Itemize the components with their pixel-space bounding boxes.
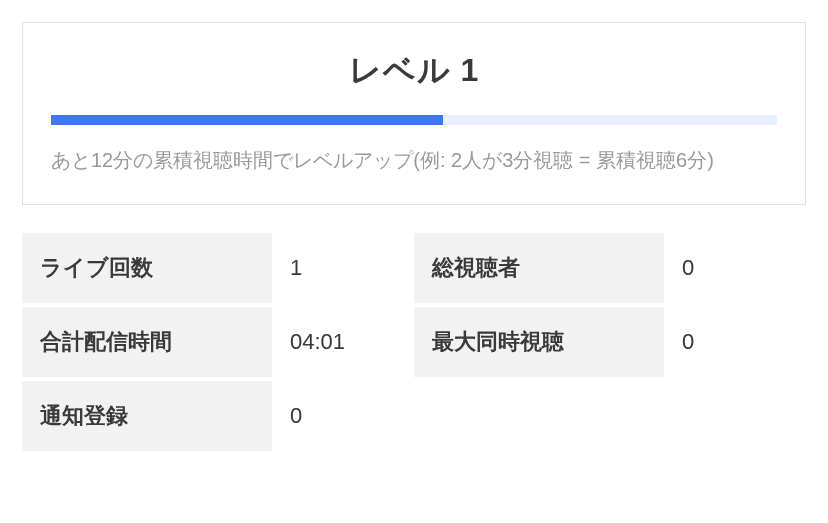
stat-value-notification-subs: 0 (272, 381, 414, 451)
level-card: レベル 1 あと12分の累積視聴時間でレベルアップ(例: 2人が3分視聴 = 累… (22, 22, 806, 205)
empty-cell (664, 381, 806, 451)
level-description: あと12分の累積視聴時間でレベルアップ(例: 2人が3分視聴 = 累積視聴6分) (51, 145, 777, 176)
stat-value-total-viewers: 0 (664, 233, 806, 303)
stat-value-total-stream-time: 04:01 (272, 307, 414, 377)
stats-table: ライブ回数 1 総視聴者 0 合計配信時間 04:01 最大同時視聴 0 通知登… (22, 233, 806, 451)
level-title: レベル 1 (51, 49, 777, 93)
level-progress-fill (51, 115, 443, 125)
level-progress-track (51, 115, 777, 125)
stat-label-total-stream-time: 合計配信時間 (22, 307, 272, 377)
stat-label-live-count: ライブ回数 (22, 233, 272, 303)
empty-cell (414, 381, 664, 451)
stat-value-max-concurrent: 0 (664, 307, 806, 377)
stat-label-notification-subs: 通知登録 (22, 381, 272, 451)
stat-label-max-concurrent: 最大同時視聴 (414, 307, 664, 377)
stat-label-total-viewers: 総視聴者 (414, 233, 664, 303)
stat-value-live-count: 1 (272, 233, 414, 303)
